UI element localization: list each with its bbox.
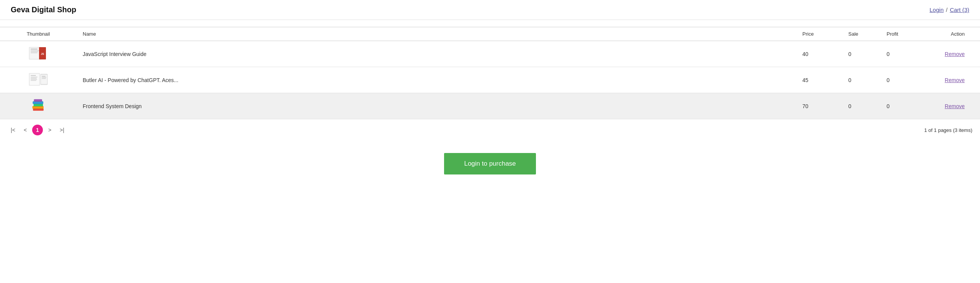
svg-rect-14	[31, 80, 36, 81]
cell-thumbnail: JS	[0, 41, 77, 67]
thumbnail-image	[28, 72, 48, 87]
cell-name: JavaScript Interview Guide	[77, 41, 796, 67]
cell-action: Remove	[919, 93, 980, 119]
svg-rect-4	[31, 51, 38, 52]
col-header-price: Price	[796, 27, 842, 41]
pagination-next-btn[interactable]: >	[44, 125, 55, 135]
thumbnail-image: JS	[28, 46, 48, 61]
login-link[interactable]: Login	[929, 7, 944, 13]
remove-link[interactable]: Remove	[945, 51, 965, 57]
cell-profit: 0	[880, 67, 919, 93]
remove-link[interactable]: Remove	[945, 103, 965, 109]
svg-rect-2	[31, 49, 38, 49]
svg-rect-12	[31, 78, 37, 79]
col-header-thumbnail: Thumbnail	[0, 27, 77, 41]
svg-rect-18	[42, 77, 46, 78]
app-title: Geva Digital Shop	[11, 5, 76, 14]
pagination-first-btn[interactable]: |<	[8, 125, 18, 135]
svg-rect-1	[30, 48, 41, 59]
cell-thumbnail	[0, 93, 77, 119]
table-row: JS JavaScript Interview Guide4000Remove	[0, 41, 980, 67]
table-row: Frontend System Design7000Remove	[0, 93, 980, 119]
cell-profit: 0	[880, 41, 919, 67]
cell-sale: 0	[842, 41, 880, 67]
pagination-prev-btn[interactable]: <	[20, 125, 31, 135]
nav-separator: /	[946, 7, 947, 13]
cell-price: 45	[796, 67, 842, 93]
cell-sale: 0	[842, 93, 880, 119]
svg-rect-26	[33, 106, 43, 107]
svg-rect-25	[33, 109, 43, 109]
product-table: Thumbnail Name Price Sale Profit Action …	[0, 27, 980, 119]
cell-profit: 0	[880, 93, 919, 119]
svg-rect-13	[31, 79, 37, 80]
cell-price: 70	[796, 93, 842, 119]
col-header-profit: Profit	[880, 27, 919, 41]
col-header-action: Action	[919, 27, 980, 41]
col-header-name: Name	[77, 27, 796, 41]
pagination-controls: |< < 1 > >|	[8, 125, 67, 135]
cell-action: Remove	[919, 67, 980, 93]
svg-rect-10	[31, 75, 36, 76]
svg-rect-19	[42, 78, 46, 79]
svg-rect-5	[31, 53, 38, 53]
table-row: Butler AI - Powered by ChatGPT. Aces...4…	[0, 67, 980, 93]
cell-price: 40	[796, 41, 842, 67]
svg-rect-24	[34, 99, 42, 102]
header-nav: Login / Cart (3)	[929, 7, 969, 13]
product-table-container: Thumbnail Name Price Sale Profit Action …	[0, 27, 980, 119]
cell-sale: 0	[842, 67, 880, 93]
svg-rect-3	[31, 50, 39, 51]
cell-name: Butler AI - Powered by ChatGPT. Aces...	[77, 67, 796, 93]
col-header-sale: Sale	[842, 27, 880, 41]
remove-link[interactable]: Remove	[945, 77, 965, 83]
cell-action: Remove	[919, 41, 980, 67]
login-purchase-section: Login to purchase	[0, 153, 980, 174]
header: Geva Digital Shop Login / Cart (3)	[0, 0, 980, 20]
svg-rect-27	[34, 104, 42, 104]
cell-name: Frontend System Design	[77, 93, 796, 119]
thumbnail-image	[28, 98, 48, 113]
login-purchase-button[interactable]: Login to purchase	[444, 153, 536, 174]
svg-rect-17	[42, 76, 46, 77]
svg-rect-28	[33, 101, 43, 102]
pagination-last-btn[interactable]: >|	[57, 125, 67, 135]
cell-thumbnail	[0, 67, 77, 93]
cart-link[interactable]: Cart (3)	[950, 7, 969, 13]
svg-rect-11	[31, 77, 38, 77]
pagination: |< < 1 > >| 1 of 1 pages (3 items)	[0, 121, 980, 139]
pagination-info: 1 of 1 pages (3 items)	[924, 127, 972, 133]
table-header-row: Thumbnail Name Price Sale Profit Action	[0, 27, 980, 41]
pagination-page-1-btn[interactable]: 1	[32, 125, 43, 135]
svg-text:JS: JS	[41, 53, 44, 55]
